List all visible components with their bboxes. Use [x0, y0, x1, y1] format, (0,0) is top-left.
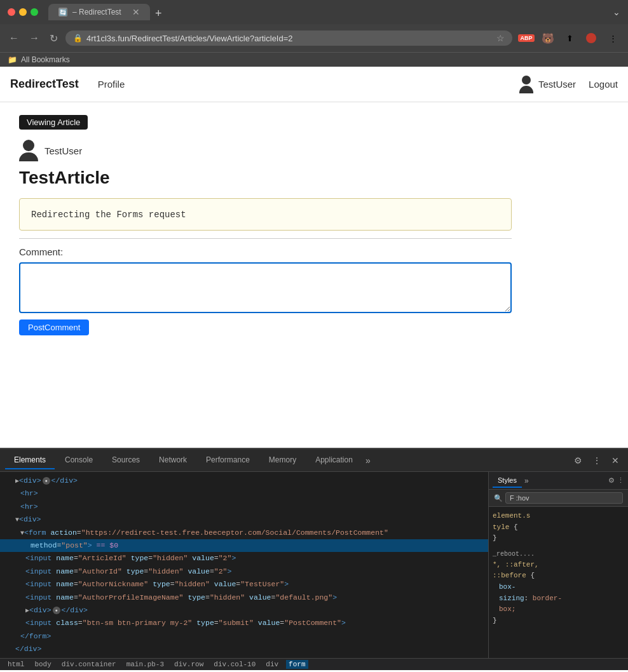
browser-window: 🔄 – RedirectTest ✕ + ⌄ ← → ↻ 🔒 4rt1cl3s.…	[0, 0, 628, 670]
nav-user: TestUser	[519, 76, 576, 93]
styles-content: element.style { } _reboot.... *, ::after…	[489, 507, 628, 635]
devtools-line[interactable]: </form>	[0, 630, 488, 643]
styles-actions: ⚙ ⋮	[608, 476, 624, 485]
author-avatar-head	[23, 140, 34, 151]
devtools-line[interactable]: <input name="ArticleId" type="hidden" va…	[0, 552, 488, 565]
author-avatar	[19, 140, 38, 161]
statusbar-main[interactable]: main.pb-3	[124, 660, 167, 669]
back-button[interactable]: ←	[6, 31, 22, 45]
tab-menu-button[interactable]: ⌄	[613, 7, 620, 17]
browser-tabs: 🔄 – RedirectTest ✕ +	[48, 4, 608, 20]
tab-close-button[interactable]: ✕	[132, 7, 140, 17]
reboot-body: box-sizing: border-box;	[493, 582, 624, 615]
devtools-tab-performance[interactable]: Performance	[197, 452, 259, 469]
devtools-tabs-more-icon[interactable]: »	[365, 455, 371, 466]
styles-tabs: Styles » ⚙ ⋮	[489, 472, 628, 490]
devtools-tabs: Elements Console Sources Network Perform…	[0, 449, 628, 472]
bear-extension-button[interactable]: 🐻	[539, 29, 557, 47]
devtools-elements-panel[interactable]: ▶<div>●</div> <hr> <hr> ▼<div> ▼<form ac…	[0, 472, 488, 658]
browser-toolbar: ← → ↻ 🔒 4rt1cl3s.fun/RedirectTest/Articl…	[0, 24, 628, 52]
styles-filter-icon: 🔍	[494, 494, 503, 502]
record-button[interactable]	[582, 29, 600, 47]
share-button[interactable]: ⬆	[561, 29, 578, 47]
devtools-line[interactable]: <input name="AuthorId" type="hidden" val…	[0, 565, 488, 578]
forward-button[interactable]: →	[27, 31, 42, 45]
devtools-line[interactable]: ▼<form action="https://redirect-test.fre…	[0, 527, 488, 539]
styles-filter-input[interactable]: F :hov	[505, 492, 623, 504]
url-text: 4rt1cl3s.fun/RedirectTest/Articles/ViewA…	[86, 34, 493, 43]
devtools-line[interactable]: <input class="btn-sm btn-primary my-2" t…	[0, 617, 488, 629]
comment-label: Comment:	[19, 246, 553, 257]
user-avatar-torso	[519, 86, 533, 93]
styles-tabs-more-icon[interactable]: »	[524, 476, 529, 485]
devtools-body: ▶<div>●</div> <hr> <hr> ▼<div> ▼<form ac…	[0, 472, 628, 658]
address-bar[interactable]: 🔒 4rt1cl3s.fun/RedirectTest/Articles/Vie…	[65, 30, 512, 46]
devtools-line[interactable]: ▼<div>	[0, 513, 488, 526]
statusbar-div-row[interactable]: div.row	[172, 660, 206, 669]
logout-button[interactable]: Logout	[589, 79, 618, 90]
devtools-statusbar: html body div.container main.pb-3 div.ro…	[0, 658, 628, 670]
active-tab[interactable]: 🔄 – RedirectTest ✕	[48, 4, 150, 20]
bookmarks-bar: 📁 All Bookmarks	[0, 52, 628, 67]
minimize-window-button[interactable]	[19, 8, 27, 16]
app-brand[interactable]: RedirectTest	[10, 77, 79, 91]
close-window-button[interactable]	[8, 8, 15, 16]
adblock-button[interactable]: ABP	[517, 29, 535, 47]
statusbar-form[interactable]: form	[286, 660, 308, 669]
comment-section: Comment: PostComment	[19, 246, 553, 335]
statusbar-div-container[interactable]: div.container	[59, 660, 119, 669]
devtools-close-button[interactable]: ✕	[608, 453, 623, 468]
devtools-line-selected[interactable]: method="post"> == $0	[0, 539, 488, 552]
devtools-more-button[interactable]: ⋮	[589, 453, 605, 468]
devtools-tab-sources[interactable]: Sources	[103, 452, 149, 469]
profile-nav-link[interactable]: Profile	[92, 75, 132, 93]
box-sizing-property: box-sizing	[499, 583, 524, 602]
author-row: TestUser	[19, 140, 553, 161]
statusbar-div[interactable]: div	[263, 660, 281, 669]
statusbar-div-col[interactable]: div.col-10	[211, 660, 258, 669]
devtools-line[interactable]: ▶<div>●</div>	[0, 604, 488, 617]
reboot-rule: _reboot.... *, ::after,::before { box-si…	[493, 549, 624, 627]
author-avatar-torso	[19, 152, 38, 161]
styles-settings-icon[interactable]: ⚙	[608, 476, 615, 485]
styles-more-icon[interactable]: ⋮	[617, 476, 624, 485]
bookmarks-bar-label[interactable]: All Bookmarks	[21, 55, 70, 64]
comment-textarea[interactable]	[19, 262, 512, 313]
devtools-line[interactable]: <input name="AuthorNickname" type="hidde…	[0, 578, 488, 591]
devtools-tab-application[interactable]: Application	[306, 452, 362, 469]
element-style-rule: element.style { }	[493, 511, 624, 544]
article-divider	[19, 238, 512, 239]
new-tab-button[interactable]: +	[155, 7, 162, 20]
statusbar-body[interactable]: body	[32, 660, 53, 669]
adblock-icon: ABP	[518, 34, 534, 42]
more-button[interactable]: ⋮	[604, 29, 622, 47]
bear-icon: 🐻	[542, 32, 554, 44]
devtools-tab-elements[interactable]: Elements	[5, 452, 55, 469]
article-title: TestArticle	[19, 168, 553, 188]
devtools-line[interactable]: </div>	[0, 643, 488, 655]
element-style-close: }	[493, 533, 624, 544]
app-container: RedirectTest Profile TestUser Logout Vie…	[0, 67, 628, 448]
devtools-tab-console[interactable]: Console	[56, 452, 102, 469]
devtools-settings-button[interactable]: ⚙	[570, 453, 586, 468]
devtools-line[interactable]: ▶<div>●</div>	[0, 474, 488, 487]
post-comment-button[interactable]: PostComment	[19, 319, 89, 335]
devtools-tab-network[interactable]: Network	[150, 452, 196, 469]
author-name: TestUser	[44, 145, 82, 156]
statusbar-html[interactable]: html	[5, 660, 27, 669]
page-content: Viewing Article TestUser TestArticle Red…	[0, 102, 572, 348]
devtools-tab-memory[interactable]: Memory	[260, 452, 305, 469]
styles-tab-styles[interactable]: Styles	[493, 474, 522, 488]
devtools-line[interactable]: <input name="AuthorProfileImageName" typ…	[0, 591, 488, 604]
tab-title: – RedirectTest	[72, 8, 127, 17]
devtools-line[interactable]: <hr>	[0, 501, 488, 513]
bookmarks-folder-icon: 📁	[8, 55, 17, 64]
reload-button[interactable]: ↻	[47, 31, 60, 46]
devtools-line[interactable]: <hr>	[0, 487, 488, 500]
app-navbar: RedirectTest Profile TestUser Logout	[0, 67, 628, 102]
lock-icon: 🔒	[73, 34, 83, 43]
maximize-window-button[interactable]	[31, 8, 38, 16]
bookmark-star-icon[interactable]: ☆	[496, 33, 505, 43]
viewing-article-badge: Viewing Article	[19, 115, 88, 130]
user-avatar-head	[522, 76, 531, 84]
